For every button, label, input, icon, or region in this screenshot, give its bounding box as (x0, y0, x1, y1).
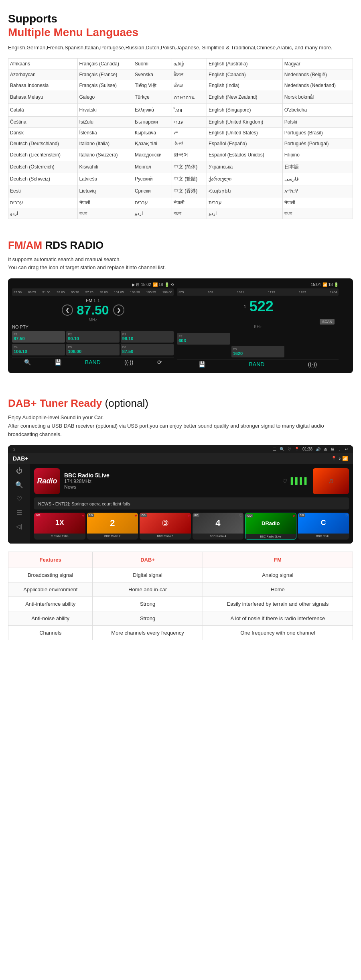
lang-cell: Čeština (8, 116, 78, 127)
dab-channel-5[interactable]: 0/0 ♥ DRadio BBC Radio 5Live (245, 513, 296, 540)
dab-now-playing-text: NEWS - ENT[2]: Springer opera court figh… (38, 501, 130, 506)
comparison-dab-value: Home and in-car (93, 582, 203, 597)
dab-fav-icon[interactable]: ♡ (282, 478, 288, 484)
lang-cell: Galego (77, 91, 133, 103)
dab-content-area: Radio BBC Radio 5Live 174.928MHz News ♡ … (30, 464, 353, 544)
lang-cell: עברית (207, 197, 283, 208)
comparison-dab-value: Strong (93, 597, 203, 611)
fm-preset-1[interactable]: P1 87.50 (12, 331, 65, 343)
dab-ch2-name: BBC Radio 2 (87, 534, 138, 539)
fm-repeat-icon[interactable]: ⟳ (157, 359, 162, 365)
fm-save-icon[interactable]: 💾 (55, 359, 61, 365)
dab-ch4-name: BBC Radio 4 (193, 534, 244, 539)
lang-cell: ქართული (207, 173, 283, 185)
fm-band-icon[interactable]: BAND (85, 359, 101, 365)
comparison-fm-value: A lot of nosie if there is radio interfe… (203, 611, 353, 625)
dab-station-thumbnail: 🎵 (313, 468, 349, 494)
fm-prev-button[interactable]: ❮ (62, 304, 73, 316)
comparison-fm-value: One frequency with one channel (203, 625, 353, 640)
lang-cell: Bahasa Melayu (8, 91, 78, 103)
am-presets: P2 603 P5 1620 (177, 333, 339, 357)
comparison-fm-value: Easily interfered by terrain and other s… (203, 597, 353, 611)
lang-cell: Dansk (8, 127, 78, 138)
lang-cell: 한국어 (172, 149, 207, 161)
lang-cell: Azərbaycan (8, 69, 78, 80)
dab-channel-2[interactable]: 0/0 ♥ 2 BBC Radio 2 (87, 513, 138, 540)
lang-cell: Lietuvių (77, 185, 133, 197)
am-wifi-icon[interactable]: ((·)) (308, 361, 317, 367)
comparison-table-wrapper: Features DAB+ FM Broadcasting signalDigi… (8, 552, 353, 640)
lang-cell: English (India) (207, 80, 283, 91)
lang-cell: Français (France) (77, 69, 133, 80)
lang-cell: Català (8, 103, 78, 116)
dab-more-icon[interactable]: ⋮ (338, 447, 342, 451)
languages-title-black: Supports (8, 12, 57, 25)
dab-vol-ctrl-icon[interactable]: ◁| (16, 523, 22, 530)
fmam-title-red: FM/AM (8, 239, 42, 251)
dab-channel-1[interactable]: 0/0 ♥ 1X C Radio 1Xtra (34, 513, 85, 540)
fm-wifi-icon[interactable]: ((·)) (124, 359, 134, 365)
am-preset-5[interactable]: P5 1620 (231, 346, 284, 357)
dab-ch3-name: BBC Radio 3 (140, 534, 191, 539)
comparison-feature: Anti-noise ability (8, 611, 93, 625)
fm-preset-5[interactable]: P5 108.00 (66, 344, 119, 355)
comparison-feature: Channels (8, 625, 93, 640)
fm-frequency-display: 87.50 (77, 303, 109, 318)
languages-section: Supports Multiple Menu Languaes English,… (0, 0, 361, 227)
lang-cell: ਕੈਟਲ (172, 69, 207, 80)
dab-main-area: ⏻ 🔍 ♡ ☰ ◁| Radio BBC Radio 5Live 174.928… (8, 464, 353, 544)
fm-next-button[interactable]: ❯ (113, 304, 124, 316)
dab-heart-icon[interactable]: ♡ (288, 447, 291, 451)
am-scan-button[interactable]: SCAN (320, 319, 335, 325)
dab-search-icon[interactable]: 🔍 (280, 447, 284, 451)
fm-screen: ▶ ⊟ 15:02 📶 18 🔋 ⟲ 87.50 89.55 91.60 93.… (12, 282, 174, 369)
dab-channel-4[interactable]: 0/0 ♡ 4 BBC Radio 4 (193, 513, 244, 540)
dab-list-icon[interactable]: ☰ (16, 509, 22, 517)
dab-power-icon[interactable]: ⏻ (16, 467, 22, 475)
lang-cell: 中文 (简体) (172, 161, 207, 173)
fm-freq-start: 87.50 (14, 290, 22, 294)
dab-vol-icon: 🔊 (316, 447, 320, 451)
fm-unit: MHz (77, 318, 109, 322)
dab-ch5-name: BBC Radio 5Live (245, 534, 296, 539)
lang-cell: Nederlands (Nederland) (282, 80, 353, 91)
fm-pty: NO PTY (12, 325, 174, 329)
fm-preset-2[interactable]: P2 90.10 (66, 331, 119, 343)
lang-cell: עברי (172, 116, 207, 127)
lang-cell: Deutsch (Liechtenstein) (8, 149, 78, 161)
comparison-feature: Applicable environment (8, 582, 93, 597)
dab-channel-6[interactable]: 0/0 ♡ C BBC Radi... (298, 513, 349, 540)
lang-cell: Magyar (282, 58, 353, 69)
dab-search2-icon[interactable]: 🔍 (15, 481, 23, 489)
dab-screenshot: ⌂ ☰ 🔍 ♡ 📍 01:38 🔊 ⏏ 🖥 ⋮ ↩ DAB+ 📍 ♪ 📶 (8, 445, 353, 544)
lang-cell: Հայերեն (207, 185, 283, 197)
am-save-icon[interactable]: 💾 (199, 361, 205, 367)
fm-time: 15:02 (141, 282, 151, 287)
fm-preset-3[interactable]: P3 98.10 (121, 331, 174, 343)
col-dab: DAB+ (93, 552, 203, 568)
dab-heart2-icon[interactable]: ♡ (16, 495, 22, 503)
am-time: 15:04 (311, 282, 321, 287)
lang-cell: O'zbekcha (282, 103, 353, 116)
lang-cell: नेपाली (172, 197, 207, 208)
dab-channel-3[interactable]: 0/0 ♥ ③ BBC Radio 3 (140, 513, 191, 540)
dab-back-icon[interactable]: ↩ (345, 447, 348, 451)
fm-preset-6[interactable]: P6 87.50 (121, 344, 174, 355)
radio-screenshot: ▶ ⊟ 15:02 📶 18 🔋 ⟲ 87.50 89.55 91.60 93.… (8, 278, 353, 373)
lang-cell: தமிழ் (172, 58, 207, 69)
lang-cell: Italiano (Svizzera) (77, 149, 133, 161)
dab-title: DAB+ Tuner Ready (optional) (8, 397, 353, 410)
lang-cell: עברית (8, 197, 78, 208)
fm-search-icon[interactable]: 🔍 (24, 359, 31, 365)
languages-table: AfrikaansFrançais (Canada)Suomiதமிழ்Engl… (8, 58, 353, 219)
fm-preset-4[interactable]: P4 106.10 (12, 344, 65, 355)
comparison-row: Applicable environmentHome and in-carHom… (8, 582, 353, 597)
fmam-description: It supports automatic search and manual … (8, 256, 353, 272)
am-band-icon[interactable]: BAND (249, 361, 265, 367)
fm-freq-end: 108.00 (162, 290, 172, 294)
lang-cell: 中文 (香港) (172, 185, 207, 197)
dab-signal-strength-icon: ▌▌▌▌ (291, 477, 309, 485)
dab-app-title: DAB+ (13, 455, 28, 462)
lang-cell: বাংলা (172, 208, 207, 219)
am-preset-2[interactable]: P2 603 (177, 333, 230, 345)
